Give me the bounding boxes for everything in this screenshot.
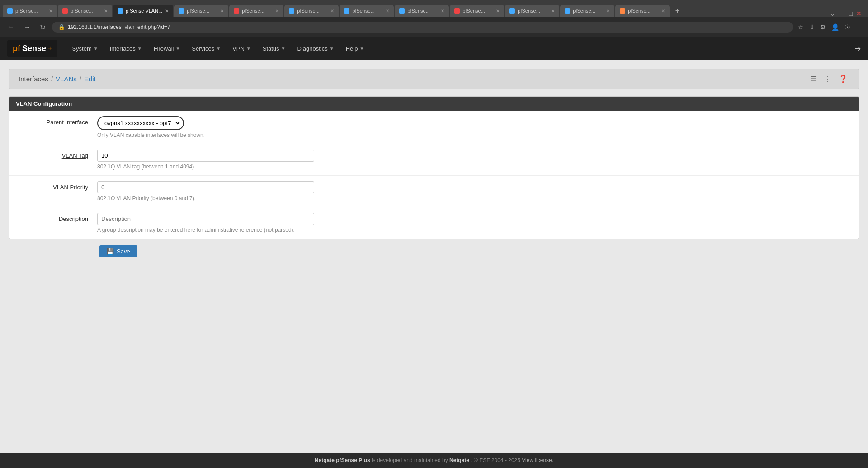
menu-icon[interactable]: ⋮ <box>854 22 863 32</box>
tab-close-5[interactable]: ✕ <box>275 9 279 14</box>
vlan-priority-control-wrap: 802.1Q VLAN Priority (between 0 and 7). <box>97 181 852 201</box>
vlan-priority-input[interactable] <box>97 181 314 193</box>
tab-close-8[interactable]: ✕ <box>441 9 444 14</box>
vlan-priority-help: 802.1Q VLAN Priority (between 0 and 7). <box>97 195 852 201</box>
bookmark-star-icon[interactable]: ☆ <box>797 22 805 32</box>
browser-tab-5[interactable]: pfSense... ✕ <box>229 5 283 17</box>
nav-caret-firewall: ▼ <box>175 46 180 51</box>
breadcrumb-actions: ☰ ⋮ ❓ <box>809 74 849 84</box>
breadcrumb-sep-2: / <box>80 75 81 83</box>
vlan-tag-help: 802.1Q VLAN tag (between 1 and 4094). <box>97 164 852 170</box>
nav-item-status[interactable]: Status ▼ <box>257 39 291 58</box>
tab-close-10[interactable]: ✕ <box>551 9 555 14</box>
browser-tab-4[interactable]: pfSense... ✕ <box>174 5 228 17</box>
browser-tab-8[interactable]: pfSense... ✕ <box>395 5 449 17</box>
browser-toolbar: ← → ↻ 🔒 ☆ ⇓ ⚙ 👤 ☉ ⋮ <box>0 17 868 37</box>
vlan-tag-label: VLAN Tag <box>16 150 97 159</box>
tab-close-4[interactable]: ✕ <box>220 9 224 14</box>
download-icon[interactable]: ⇓ <box>808 22 816 32</box>
tab-label-6: pfSense... <box>297 8 320 14</box>
tab-favicon-7 <box>344 8 349 14</box>
profile-icon[interactable]: 👤 <box>830 22 840 32</box>
new-tab-button[interactable]: + <box>670 5 684 17</box>
tab-close-1[interactable]: ✕ <box>49 9 52 14</box>
browser-tab-9[interactable]: pfSense... ✕ <box>450 5 504 17</box>
address-bar[interactable]: 🔒 <box>52 22 793 33</box>
browser-tab-2[interactable]: pfSense... ✕ <box>58 5 112 17</box>
nav-item-firewall[interactable]: Firewall ▼ <box>148 39 186 58</box>
vlan-tag-input[interactable] <box>97 150 314 162</box>
save-button[interactable]: 💾 Save <box>99 245 137 257</box>
window-close-icon[interactable]: ✕ <box>856 10 862 17</box>
maximize-icon[interactable]: □ <box>849 10 853 17</box>
browser-tab-3[interactable]: pfSense VLAN... ✕ <box>113 5 173 17</box>
logo-pf-text: pf <box>13 44 20 53</box>
pfsense-logo[interactable]: pfSense + <box>7 40 57 57</box>
tab-close-12[interactable]: ✕ <box>661 9 665 14</box>
nav-label-status: Status <box>263 45 279 52</box>
nav-caret-diagnostics: ▼ <box>330 46 334 51</box>
tab-label-11: pfSense... <box>573 8 595 14</box>
vlan-priority-label: VLAN Priority <box>16 181 97 191</box>
tab-close-9[interactable]: ✕ <box>496 9 500 14</box>
nav-item-help[interactable]: Help ▼ <box>340 39 370 58</box>
nav-caret-services: ▼ <box>216 46 221 51</box>
breadcrumb-interfaces: Interfaces <box>19 75 48 83</box>
parent-interface-select[interactable]: ovpns1 xxxxxxxxxx - opt7 <box>100 118 181 128</box>
tab-favicon-5 <box>234 8 239 14</box>
logout-icon[interactable]: ➔ <box>855 44 861 53</box>
tab-favicon-6 <box>289 8 294 14</box>
tab-favicon-8 <box>399 8 405 14</box>
description-input[interactable] <box>97 213 314 225</box>
browser-tab-11[interactable]: pfSense... ✕ <box>560 5 614 17</box>
browser-tab-12[interactable]: pfSense... ✕ <box>615 5 670 17</box>
logo-plus-text: + <box>48 44 52 52</box>
nav-item-diagnostics[interactable]: Diagnostics ▼ <box>292 39 340 58</box>
tab-close-3[interactable]: ✕ <box>165 9 169 14</box>
tab-list-icon[interactable]: ⌄ <box>830 10 835 17</box>
nav-item-system[interactable]: System ▼ <box>66 39 103 58</box>
tab-close-11[interactable]: ✕ <box>606 9 610 14</box>
nav-label-interfaces: Interfaces <box>110 45 136 52</box>
tab-label-9: pfSense... <box>462 8 485 14</box>
reload-button[interactable]: ↻ <box>37 21 48 33</box>
browser-tab-7[interactable]: pfSense... ✕ <box>340 5 394 17</box>
extensions-icon[interactable]: ⚙ <box>819 22 827 32</box>
parent-interface-help: Only VLAN capable interfaces will be sho… <box>97 132 852 138</box>
parent-interface-highlight: ovpns1 xxxxxxxxxx - opt7 <box>97 116 184 130</box>
breadcrumb-vlans[interactable]: VLANs <box>56 75 77 83</box>
back-button[interactable]: ← <box>5 21 17 33</box>
tab-close-2[interactable]: ✕ <box>104 9 108 14</box>
minimize-icon[interactable]: — <box>839 10 845 17</box>
form-row-vlan-tag: VLAN Tag 802.1Q VLAN tag (between 1 and … <box>9 144 859 176</box>
browser-tab-1[interactable]: pfSense... ✕ <box>3 5 57 17</box>
tab-label-10: pfSense... <box>518 8 540 14</box>
breadcrumb-edit[interactable]: Edit <box>84 75 96 83</box>
tab-favicon-1 <box>7 8 13 14</box>
nav-label-system: System <box>72 45 91 52</box>
forward-button[interactable]: → <box>21 21 33 33</box>
parent-interface-label: Parent Interface <box>16 116 97 126</box>
nav-caret-help: ▼ <box>359 46 364 51</box>
help-circle-icon[interactable]: ❓ <box>837 74 849 84</box>
nav-item-vpn[interactable]: VPN ▼ <box>227 39 256 58</box>
browser-tab-6[interactable]: pfSense... ✕ <box>284 5 339 17</box>
tab-favicon-3 <box>118 8 123 14</box>
filter-icon[interactable]: ☰ <box>809 74 819 84</box>
nav-item-services[interactable]: Services ▼ <box>186 39 226 58</box>
tab-close-7[interactable]: ✕ <box>386 9 389 14</box>
parent-interface-control-wrap: ovpns1 xxxxxxxxxx - opt7 Only VLAN capab… <box>97 116 852 138</box>
columns-icon[interactable]: ⋮ <box>822 74 833 84</box>
lock-icon: 🔒 <box>58 24 65 30</box>
address-input[interactable] <box>68 24 787 30</box>
shield-icon[interactable]: ☉ <box>843 22 852 32</box>
logo-sense-text: Sense <box>22 44 46 53</box>
nav-item-interfaces[interactable]: Interfaces ▼ <box>104 39 147 58</box>
tab-favicon-2 <box>62 8 68 14</box>
form-row-description: Description A group description may be e… <box>9 207 859 239</box>
nav-caret-status: ▼ <box>281 46 286 51</box>
tab-close-6[interactable]: ✕ <box>330 9 334 14</box>
tab-actions: ⌄ — □ ✕ <box>826 10 865 17</box>
browser-tab-10[interactable]: pfSense... ✕ <box>505 5 559 17</box>
vlan-tag-control-wrap: 802.1Q VLAN tag (between 1 and 4094). <box>97 150 852 170</box>
